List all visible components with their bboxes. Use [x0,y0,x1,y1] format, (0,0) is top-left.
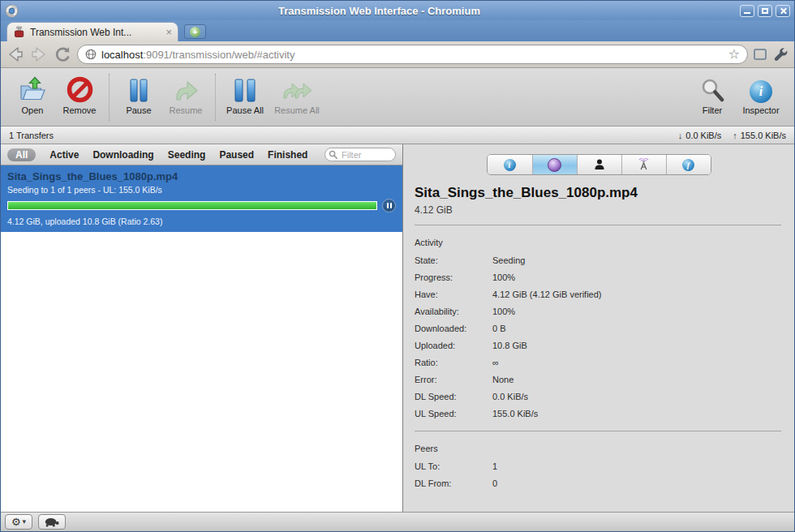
plus-icon: + [190,27,200,37]
info-icon: i [504,159,516,171]
inspector-tabs: i f [487,154,711,175]
torrent-row[interactable]: Sita_Sings_the_Blues_1080p.mp4 Seeding t… [1,165,402,232]
pause-button[interactable]: Pause [115,72,162,115]
pause-all-icon [233,74,257,105]
activity-row: Uploaded: 10.8 GiB [415,337,781,354]
resize-page-icon[interactable] [754,49,767,60]
torrent-pause-icon[interactable] [382,199,396,212]
transmission-favicon [13,26,25,38]
inspector-button[interactable]: i Inspector [736,72,786,115]
bottom-bar: ⚙ ▾ [1,512,794,531]
inspector-panel: i f Sita_Sings_the_Blues_1080p.mp4 4.12 … [403,144,794,512]
remove-button[interactable]: Remove [56,72,103,115]
browser-tab[interactable]: Transmission Web Int... × [6,22,178,41]
filter-tab-paused[interactable]: Paused [219,149,254,161]
chromium-logo-icon [5,4,19,18]
resume-button[interactable]: Resume [162,72,209,115]
turtle-icon [44,517,60,527]
open-folder-icon [18,74,47,105]
open-label: Open [22,105,44,115]
window-title: Transmission Web Interface - Chromium [19,5,740,17]
resume-icon [173,74,199,105]
close-icon [780,7,787,15]
wrench-menu-icon[interactable] [772,46,789,62]
globe-icon [85,49,97,60]
inspector-tab-trackers[interactable] [621,155,666,174]
pause-all-button[interactable]: Pause All [221,72,269,115]
inspector-tab-activity[interactable] [532,155,577,174]
torrent-list-panel: All Active Downloading Seeding Paused Fi… [1,144,403,512]
activity-row: Availability: 100% [415,302,781,320]
activity-row: Have: 4.12 GiB (4.12 GiB verified) [415,285,781,302]
filter-tab-finished[interactable]: Finished [268,149,307,161]
up-arrow-icon: ↑ [733,131,737,140]
download-speed: ↓0.0 KiB/s [678,131,722,140]
minimize-button[interactable] [740,5,754,17]
reload-icon[interactable] [54,45,71,63]
toolbar-separator [215,74,216,121]
trackers-antenna-icon [637,158,651,172]
filter-tab-downloading[interactable]: Downloading [92,149,153,161]
filter-label: Filter [703,105,722,115]
torrent-details-line: 4.12 GiB, uploaded 10.8 GiB (Ratio 2.63) [7,217,396,226]
activity-row: DL Speed: 0.0 KiB/s [415,388,781,405]
close-button[interactable] [776,5,790,17]
main-area: All Active Downloading Seeding Paused Fi… [1,144,794,512]
transmission-webview: Open Remove Pause Resume [1,68,794,531]
inspector-tab-info[interactable]: i [488,155,532,174]
peers-row: UL To: 1 [415,457,781,474]
open-button[interactable]: Open [9,72,56,115]
bookmark-star-icon[interactable]: ☆ [728,48,740,61]
filter-tab-all[interactable]: All [7,148,36,161]
remove-label: Remove [63,105,97,115]
filter-button[interactable]: Filter [689,72,736,115]
pause-all-label: Pause All [226,105,264,115]
gear-icon: ⚙ [11,517,21,527]
resume-label: Resume [170,105,203,115]
filter-tab-active[interactable]: Active [49,149,79,161]
peers-person-icon [593,158,606,171]
torrent-peers-line: Seeding to 1 of 1 peers - UL: 155.0 KiB/… [7,185,396,195]
inspector-torrent-size: 4.12 GiB [415,204,781,216]
files-icon: f [682,159,694,171]
activity-row: Error: None [415,371,781,388]
back-icon[interactable] [6,45,24,63]
pause-label: Pause [126,105,151,115]
activity-row: UL Speed: 155.0 KiB/s [415,405,781,422]
filter-search [324,148,396,161]
minimize-icon [744,12,750,14]
url-path: :9091/transmission/web/#activity [143,49,294,61]
tab-strip: Transmission Web Int... × + [1,20,794,41]
toolbar-separator [109,74,110,121]
activity-row: Progress: 100% [415,268,781,285]
activity-section: Activity State: Seeding Progress: 100% [403,225,794,422]
tab-close-icon[interactable]: × [165,27,172,37]
resume-all-icon [281,74,313,105]
peers-row: DL From: 0 [415,474,781,491]
settings-button[interactable]: ⚙ ▾ [5,514,32,530]
inspector-header: Sita_Sings_the_Blues_1080p.mp4 4.12 GiB [403,175,794,216]
url-text[interactable]: localhost:9091/transmission/web/#activit… [101,49,724,61]
transfers-statusline: 1 Transfers ↓0.0 KiB/s ↑155.0 KiB/s [1,127,794,144]
upload-speed: ↑155.0 KiB/s [733,131,786,140]
magnifier-icon [700,74,724,105]
maximize-button[interactable] [758,5,772,17]
peers-heading: Peers [415,440,781,457]
search-icon [329,150,337,159]
inspector-torrent-title: Sita_Sings_the_Blues_1080p.mp4 [415,185,781,201]
url-bar[interactable]: localhost:9091/transmission/web/#activit… [77,45,748,64]
browser-window: Transmission Web Interface - Chromium Tr… [0,0,795,532]
activity-rows: State: Seeding Progress: 100% Have: [415,251,781,422]
pause-icon [128,74,149,105]
inspector-tab-peers[interactable] [577,155,621,174]
inspector-tab-files[interactable]: f [666,155,711,174]
filter-tab-seeding[interactable]: Seeding [168,149,206,161]
inspector-label: Inspector [742,105,779,115]
turtle-mode-button[interactable] [38,514,66,530]
forward-icon[interactable] [30,45,48,63]
resume-all-button[interactable]: Resume All [269,72,325,115]
inspector-info-icon: i [750,74,772,105]
dropdown-arrow-icon: ▾ [23,518,27,526]
new-tab-button[interactable]: + [184,24,206,39]
activity-row: Downloaded: 0 B [415,320,781,337]
